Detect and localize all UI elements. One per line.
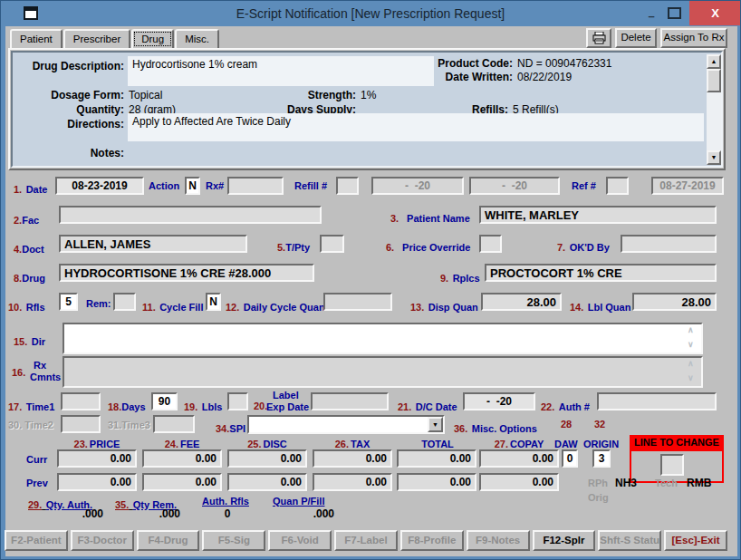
fac-field-label: 2.Fac: [14, 211, 39, 227]
dir-scroll-up-icon[interactable]: ∧: [688, 325, 694, 334]
tab-drug[interactable]: Drug: [131, 29, 174, 49]
date-field[interactable]: 08-23-2019: [55, 177, 144, 195]
lbl-quan-label: 14. Lbl Quan: [570, 298, 630, 314]
rplcs-field[interactable]: PROCTOCORT 1% CRE: [485, 264, 717, 282]
tab-patient[interactable]: Patient: [10, 29, 63, 49]
window-title: E-Script Notification [New Prescription …: [1, 6, 740, 21]
disp-quan-field[interactable]: 28.00: [481, 293, 562, 311]
drug-description-value: Hydrocortisone 1% cream: [128, 56, 434, 86]
close-button[interactable]: X: [689, 1, 741, 25]
origin-field[interactable]: 3: [592, 449, 611, 468]
print-button[interactable]: [586, 28, 611, 48]
chevron-down-icon[interactable]: ▼: [428, 417, 443, 432]
f7-label-button[interactable]: F7-Label: [334, 530, 398, 551]
orig-label: Orig: [588, 492, 609, 503]
patient-name-field[interactable]: WHITE, MARLEY: [479, 206, 717, 224]
f4-drug-button[interactable]: F4-Drug: [137, 530, 200, 551]
disp-quan-label: 13. Disp Quan: [410, 298, 478, 314]
curr-fee-field[interactable]: 0.00: [142, 449, 222, 468]
shft-s-status-button[interactable]: Shft-S Status: [598, 530, 661, 551]
curr-copay-field[interactable]: 0.00: [479, 449, 559, 468]
dc-date-field[interactable]: - -20: [463, 392, 535, 410]
okd-by-label: 7. OK'D By: [557, 238, 610, 255]
ref-number-field[interactable]: [606, 177, 629, 195]
tab-prescriber[interactable]: Prescriber: [63, 29, 130, 49]
cmnts-scroll-down-icon[interactable]: ∨: [688, 373, 694, 382]
esc-exit-button[interactable]: [Esc]-Exit: [664, 530, 727, 551]
days-field[interactable]: 90: [151, 392, 178, 410]
fac-field[interactable]: [59, 206, 322, 224]
f5-sig-button[interactable]: F5-Sig: [202, 530, 265, 551]
tpty-field[interactable]: [320, 235, 344, 253]
prev-fee-field: 0.00: [142, 473, 222, 491]
patient-name-label: 3. Patient Name: [390, 209, 470, 226]
doct-field-label: 4.Doct: [14, 240, 44, 256]
scroll-up-icon[interactable]: ▲: [707, 54, 721, 69]
rx-cmnts-number: 16.: [12, 367, 25, 378]
doct-field[interactable]: ALLEN, JAMES: [59, 235, 247, 253]
time2-field: [61, 415, 101, 433]
dir-scroll-down-icon[interactable]: ∨: [688, 340, 694, 349]
assign-to-rx-button[interactable]: Assign To Rx: [660, 28, 727, 48]
okd-by-field[interactable]: [621, 235, 717, 253]
rem-field[interactable]: [113, 293, 136, 311]
rfls-field[interactable]: 5: [59, 293, 78, 311]
action-field[interactable]: N: [185, 177, 200, 195]
lbl-quan-field[interactable]: 28.00: [632, 293, 717, 311]
product-code-label: Product Code:: [397, 57, 513, 70]
scrollbar-thumb[interactable]: [707, 69, 721, 92]
tech-value: RMB: [687, 477, 711, 489]
f3-doctor-button[interactable]: F3-Doctor: [71, 530, 134, 551]
auth-number-label: 22. Auth #: [541, 398, 590, 414]
curr-price-field[interactable]: 0.00: [57, 449, 137, 468]
dosage-form-label: Dosage Form:: [8, 89, 124, 101]
strength-value: 1%: [361, 89, 376, 101]
f8-profile-button[interactable]: F8-Profile: [400, 530, 464, 551]
rx-number-label: Rx#: [206, 180, 224, 191]
rx-cmnts-textarea[interactable]: [63, 356, 703, 388]
cycle-fill-field[interactable]: N: [206, 293, 221, 311]
label-exp-date-field[interactable]: [311, 392, 389, 410]
f6-void-button[interactable]: F6-Void: [268, 530, 332, 551]
curr-total-field[interactable]: 0.00: [397, 449, 476, 468]
misc-options-label: 36. Misc. Options: [454, 420, 537, 436]
qty-auth-value: .000: [55, 507, 103, 520]
prev-disc-field: 0.00: [227, 473, 307, 491]
rx-cmnts-label-line2: Cmnts: [30, 372, 61, 382]
cycle-fill-label: 11. Cycle Fill: [142, 298, 203, 314]
f12-splr-button[interactable]: F12-Splr: [533, 530, 596, 551]
lbls-field[interactable]: [227, 392, 248, 410]
date-field-label: 1. Date: [14, 180, 47, 197]
total-header: TOTAL: [397, 439, 476, 449]
rx-number-field[interactable]: [227, 177, 284, 195]
daw-label: DAW: [554, 439, 578, 449]
cmnts-scroll-up-icon[interactable]: ∧: [688, 359, 694, 368]
scroll-down-icon[interactable]: ▼: [707, 150, 721, 165]
delete-button[interactable]: Delete: [615, 28, 657, 48]
price-override-field[interactable]: [479, 235, 502, 253]
tab-misc[interactable]: Misc.: [175, 29, 219, 49]
line-to-change-field[interactable]: [660, 454, 684, 476]
maximize-button[interactable]: [668, 7, 681, 19]
spi-dropdown[interactable]: ▼: [247, 415, 445, 434]
refill-number-field[interactable]: [336, 177, 359, 195]
dir-field-label: 15. Dir: [14, 333, 45, 349]
curr-tax-field[interactable]: 0.00: [313, 449, 392, 468]
f9-notes-button[interactable]: F9-Notes: [467, 530, 530, 551]
action-field-label: Action: [149, 180, 179, 191]
label-exp-date-number: 20.: [254, 401, 267, 411]
function-key-bar: F2-Patient F3-Doctor F4-Drug F5-Sig F6-V…: [5, 530, 727, 551]
curr-disc-field[interactable]: 0.00: [227, 449, 307, 468]
auth-number-field[interactable]: [597, 392, 717, 410]
rfls-field-label: 10. Rfls: [8, 298, 45, 314]
drug-field[interactable]: HYDROCORTISONE 1% CRE #28.000: [59, 264, 314, 282]
prev-copay-field: 0.00: [479, 473, 559, 491]
f2-patient-button[interactable]: F2-Patient: [5, 530, 68, 551]
time1-field[interactable]: [61, 392, 101, 410]
minimize-button[interactable]: –: [640, 3, 662, 24]
quan-pfill-value: .000: [287, 507, 334, 520]
daw-field[interactable]: 0: [562, 449, 578, 468]
tech-label: Tech: [655, 478, 678, 488]
dir-textarea[interactable]: [63, 323, 703, 354]
daily-cycle-quan-field[interactable]: [323, 293, 392, 311]
